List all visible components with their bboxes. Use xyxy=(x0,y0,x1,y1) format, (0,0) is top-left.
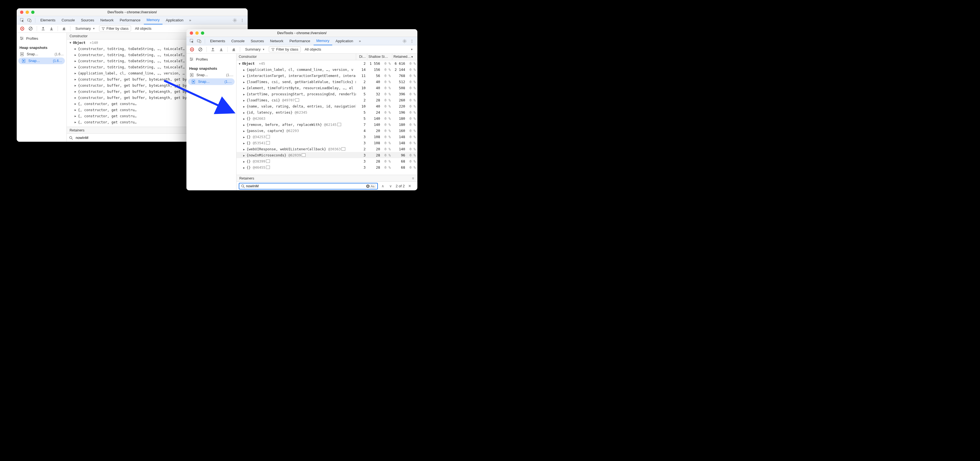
prev-match-icon[interactable]: ∧ xyxy=(380,184,386,189)
kebab-menu-icon[interactable]: ⋮ xyxy=(409,38,415,44)
gc-icon[interactable] xyxy=(231,46,237,53)
object-instance-row[interactable]: ▶{webUIResponse, webUIListenerCallback} … xyxy=(237,146,417,152)
svg-rect-12 xyxy=(23,60,24,62)
tab-console[interactable]: Console xyxy=(59,16,78,24)
tab-application[interactable]: Application xyxy=(163,16,186,24)
search-input[interactable] xyxy=(245,184,366,189)
record-icon[interactable] xyxy=(189,46,195,53)
tab-elements[interactable]: Elements xyxy=(38,16,58,24)
tab-performance[interactable]: Performance xyxy=(117,16,143,24)
clear-icon[interactable] xyxy=(27,25,34,32)
kebab-menu-icon[interactable]: ⋮ xyxy=(239,17,245,24)
tab-memory[interactable]: Memory xyxy=(144,16,162,24)
tab-network[interactable]: Network xyxy=(98,16,116,24)
more-tabs-icon[interactable]: » xyxy=(356,38,363,44)
object-group-row[interactable]: ▼Object ×45 2 1 556 0 % 6 616 0 % xyxy=(237,60,417,67)
traffic-lights xyxy=(20,11,35,14)
snapshot-item-1[interactable]: Snap… (1.… xyxy=(186,72,236,78)
more-tabs-icon[interactable]: » xyxy=(187,17,193,24)
object-instance-row[interactable]: ▶{name, value, rating, delta, entries, i… xyxy=(237,103,417,109)
col-shallow[interactable]: Shallow Si… xyxy=(367,54,392,60)
col-constructor[interactable]: Constructor xyxy=(237,54,356,60)
tab-sources[interactable]: Sources xyxy=(248,37,267,45)
object-instance-row[interactable]: ▶{} @5354131080 %1480 % xyxy=(237,140,417,146)
tab-network[interactable]: Network xyxy=(267,37,286,45)
device-mode-icon[interactable] xyxy=(196,38,202,44)
import-icon[interactable] xyxy=(48,25,55,32)
snapshot-item-2[interactable]: Snap… (1.… xyxy=(188,78,235,85)
inspect-icon[interactable] xyxy=(19,17,25,24)
dropdown-icon[interactable]: ▼ xyxy=(409,46,415,53)
sliders-icon xyxy=(19,36,24,41)
filter-icon xyxy=(102,27,105,30)
stack-icon xyxy=(302,154,305,157)
object-instance-row[interactable]: ▶{application_label, cl, command_line, …… xyxy=(237,67,417,73)
maximize-window-icon[interactable] xyxy=(201,32,204,35)
svg-rect-10 xyxy=(21,54,22,55)
snapshot-item-2[interactable]: Snap… (1.6… xyxy=(18,57,65,64)
titlebar: DevTools - chrome://version/ xyxy=(17,8,248,16)
export-icon[interactable] xyxy=(40,25,46,32)
class-filter[interactable]: Filter by class xyxy=(99,25,131,32)
inspect-icon[interactable] xyxy=(189,38,195,44)
gc-icon[interactable] xyxy=(60,25,67,32)
col-distance[interactable]: Di… xyxy=(356,54,367,60)
close-window-icon[interactable] xyxy=(190,32,193,35)
object-instance-row[interactable]: ▶{} @4266351400 %1800 % xyxy=(237,115,417,122)
heap-content: Constructor Di… Shallow Si… Retained…▼ ▼… xyxy=(237,54,417,190)
device-mode-icon[interactable] xyxy=(26,17,33,24)
view-mode-select[interactable]: Summary▼ xyxy=(243,47,267,51)
scope-select[interactable]: All objects xyxy=(302,47,323,51)
close-window-icon[interactable] xyxy=(20,11,23,14)
object-instance-row[interactable]: ▶{passive, capture} @622934200 %1600 % xyxy=(237,128,417,134)
svg-point-18 xyxy=(404,40,406,42)
svg-point-28 xyxy=(242,185,244,187)
settings-icon[interactable] xyxy=(401,38,408,44)
tab-memory[interactable]: Memory xyxy=(313,37,332,45)
object-instance-row[interactable]: ▶{} @464553280 %680 % xyxy=(237,164,417,170)
object-instance-row[interactable]: ▶{element, timeToFirstByte, resourceLoad… xyxy=(237,85,417,91)
object-instance-row[interactable]: ▶{id, latency, entries} @623455240 %1960… xyxy=(237,109,417,115)
svg-line-5 xyxy=(30,27,32,30)
next-match-icon[interactable]: ∨ xyxy=(388,184,393,189)
close-search-icon[interactable]: ✕ xyxy=(407,184,413,189)
object-instance-row[interactable]: ▶{} @383993280 %680 % xyxy=(237,158,417,164)
scope-select[interactable]: All objects xyxy=(133,26,154,30)
clear-search-icon[interactable] xyxy=(366,184,370,188)
case-sensitive-toggle[interactable]: Aa xyxy=(370,184,375,188)
tab-performance[interactable]: Performance xyxy=(286,37,313,45)
snapshot-item-1[interactable]: Snap… (1.6… xyxy=(17,51,67,57)
maximize-window-icon[interactable] xyxy=(31,11,35,14)
import-icon[interactable] xyxy=(218,46,224,53)
object-instance-row[interactable]: ▶{loadTimes, csi, send, getVariableValue… xyxy=(237,79,417,85)
object-instance-row[interactable]: ▶{loadTimes, csi} @497072280 %2600 % xyxy=(237,97,417,103)
object-instance-row[interactable]: ▶{interactionTarget, interactionTargetEl… xyxy=(237,73,417,79)
object-instance-row[interactable]: ▶{} @3425331080 %1480 % xyxy=(237,134,417,140)
record-icon[interactable] xyxy=(19,25,25,32)
tab-elements[interactable]: Elements xyxy=(207,37,228,45)
class-filter[interactable]: Filter by class xyxy=(269,46,301,52)
settings-icon[interactable] xyxy=(232,17,238,24)
col-retained[interactable]: Retained…▼ xyxy=(392,54,417,60)
filter-icon xyxy=(271,48,275,51)
tab-application[interactable]: Application xyxy=(333,37,356,45)
view-mode-select[interactable]: Summary▼ xyxy=(73,26,97,30)
object-instance-row[interactable]: ▶{remove, before, after, replaceWith} @6… xyxy=(237,122,417,128)
traffic-lights xyxy=(190,32,204,35)
tab-console[interactable]: Console xyxy=(228,37,247,45)
clear-icon[interactable] xyxy=(197,46,204,53)
retainers-menu-icon[interactable]: ≡ xyxy=(412,176,415,181)
profiles-header[interactable]: Profiles xyxy=(17,35,67,42)
minimize-window-icon[interactable] xyxy=(25,11,29,14)
object-instance-row[interactable]: ▶{nowInMicroseconds} @620393280 %960 % xyxy=(237,152,417,158)
minimize-window-icon[interactable] xyxy=(195,32,199,35)
retainers-header[interactable]: Retainers ≡ xyxy=(237,175,417,181)
export-icon[interactable] xyxy=(210,46,216,53)
tab-sources[interactable]: Sources xyxy=(78,16,97,24)
stack-icon xyxy=(296,99,299,102)
scope-label: All objects xyxy=(135,26,151,30)
profiles-header[interactable]: Profiles xyxy=(186,56,236,63)
object-instance-row[interactable]: ▶{startTime, processingStart, processing… xyxy=(237,91,417,97)
search-bar: Aa ∧ ∨ 2 of 2 ✕ xyxy=(237,181,417,190)
svg-rect-25 xyxy=(191,74,192,76)
